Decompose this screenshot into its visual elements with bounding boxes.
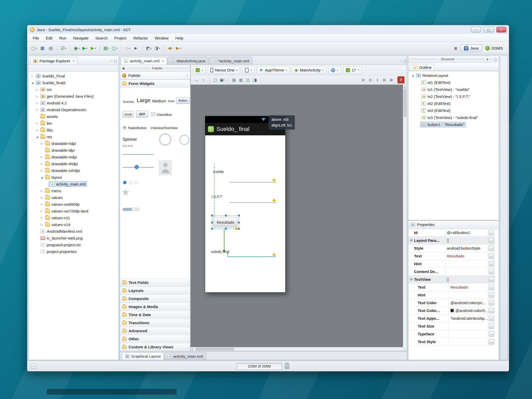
resize-handle[interactable]: [211, 214, 213, 217]
palette-spinner-item[interactable]: Spinner: [123, 137, 137, 142]
expander-icon[interactable]: ▷: [35, 102, 39, 104]
resize-handle[interactable]: [238, 221, 240, 224]
palette-medium-text-item[interactable]: Medium: [152, 99, 166, 103]
minimize-button[interactable]: –: [471, 27, 481, 32]
palette-radiogroup-item[interactable]: [123, 181, 127, 184]
save-all-button[interactable]: ▦: [38, 44, 46, 53]
dropdown-arrow-icon[interactable]: ▾: [223, 79, 225, 81]
dropdown-arrow-icon[interactable]: ▾: [86, 47, 88, 50]
palette-section[interactable]: Transitions: [120, 319, 190, 327]
resize-handle[interactable]: [225, 228, 227, 230]
forward-button[interactable]: ▶ ▾: [174, 44, 183, 53]
zoom-in-icon[interactable]: ⊕: [388, 76, 395, 83]
back-button[interactable]: ◀ ▾: [166, 44, 174, 53]
dropdown-arrow-icon[interactable]: ▾: [250, 69, 252, 71]
textview-ispt[interactable]: I.S.P.T: [211, 195, 222, 199]
minimize-view-icon[interactable]: –: [490, 57, 492, 61]
Text Size[interactable]: Text Size ...: [408, 322, 495, 330]
device-selector[interactable]: Nexus One ▾: [208, 66, 240, 74]
tree-item[interactable]: ▷ values-v11: [29, 214, 118, 221]
expander-icon[interactable]: ▷: [39, 162, 44, 165]
expander-icon[interactable]: ▷: [39, 223, 44, 226]
property-edit-button[interactable]: ...: [489, 284, 494, 290]
tree-item[interactable]: ▷ gen [Generated Java Files]: [29, 93, 118, 99]
property-value[interactable]: []: [445, 276, 488, 283]
restore-panel-icon[interactable]: [501, 65, 507, 70]
property-value[interactable]: ?android:attr/textAp...: [449, 315, 488, 322]
property-value[interactable]: [449, 338, 488, 345]
palette-radiobutton-item[interactable]: RadioButton: [128, 126, 147, 130]
show-outline-icon[interactable]: ▢: [212, 76, 219, 83]
dropdown-arrow-icon[interactable]: ▾: [202, 69, 203, 71]
tree-item[interactable]: proguard-project.txt: [29, 241, 118, 248]
dropdown-arrow-icon[interactable]: ▾: [358, 69, 359, 71]
expander-icon[interactable]: ▷: [30, 75, 35, 77]
tree-item[interactable]: ◢ layout: [29, 174, 118, 181]
close-tab-icon[interactable]: ×: [162, 59, 164, 63]
menu-item[interactable]: Search: [92, 35, 111, 41]
menu-item[interactable]: File: [29, 35, 42, 41]
property-value[interactable]: @android:color/h...: [449, 307, 488, 314]
palette-section-form-widgets[interactable]: Form Widgets: [120, 79, 190, 88]
outline-item[interactable]: et2 (EditText): [408, 100, 499, 107]
locale-selector[interactable]: ▾: [328, 66, 341, 74]
outline-item[interactable]: tv2 (TextView) - "I.S.P.T.": [408, 93, 499, 100]
api-level-selector[interactable]: 17 ▾: [343, 66, 362, 74]
show-margins-icon[interactable]: ▣ ▾: [219, 76, 226, 83]
palette-checkbox-item[interactable]: CheckBox: [157, 113, 172, 117]
Id[interactable]: Id @+id/button1 ...: [408, 229, 495, 237]
edittext-et1[interactable]: [229, 182, 276, 183]
layout-body[interactable]: sueldo I.S.P.T Resultado: [205, 135, 285, 292]
palette-small-button-item[interactable]: Small: [123, 111, 134, 117]
property-value[interactable]: [449, 291, 488, 299]
verify-button[interactable]: ☑ ▾: [59, 44, 68, 53]
Text[interactable]: Text Resultado ...: [408, 283, 495, 291]
Hint[interactable]: Hint ...: [408, 260, 495, 268]
dropdown-arrow-icon[interactable]: ▾: [159, 47, 160, 50]
tab-mainactivity-java[interactable]: MainActivity.java: [168, 57, 209, 65]
radio-empty-icon[interactable]: [135, 181, 138, 184]
textview-suledo-final[interactable]: suledo final: [211, 250, 229, 254]
property-edit-button[interactable]: ...: [489, 339, 494, 344]
tree-item[interactable]: ◢ Sueldo_final2: [29, 79, 118, 86]
dropdown-arrow-icon[interactable]: ▾: [129, 47, 130, 50]
checkbox-icon[interactable]: ✓: [151, 112, 155, 116]
edittext-et3[interactable]: [228, 256, 276, 257]
palette-textview-item[interactable]: TextView: [123, 100, 134, 103]
annotations-button[interactable]: ◩ ▾: [145, 44, 153, 53]
expander-icon[interactable]: ◢: [35, 135, 39, 138]
tree-item[interactable]: ▷ drawable-xxhdpi: [29, 167, 118, 174]
property-edit-button[interactable]: ...: [489, 277, 494, 282]
perspective-java-button[interactable]: Java: [461, 44, 482, 52]
resize-handle[interactable]: [225, 214, 227, 217]
minimize-panel-icon[interactable]: [501, 57, 507, 63]
zoom-100-icon[interactable]: 1: [374, 76, 381, 83]
property-value[interactable]: Resultado: [449, 283, 488, 291]
property-edit-button[interactable]: ...: [489, 323, 494, 329]
fast-view-icon[interactable]: [501, 72, 507, 78]
tree-item[interactable]: ▷ drawable-hdpi: [29, 140, 118, 147]
palette-small-text-item[interactable]: Small: [168, 100, 174, 103]
outline-item[interactable]: button1 - "Resultado": [408, 121, 499, 128]
palette-progressbar-large-item[interactable]: [159, 133, 171, 146]
Text Color[interactable]: Text Color @android:color/pri... ...: [408, 299, 495, 307]
selected-widget-button1[interactable]: Resultado: [212, 215, 239, 229]
dropdown-arrow-icon[interactable]: ▾: [151, 47, 152, 50]
palette-section[interactable]: Custom & Library Views: [120, 343, 190, 351]
tab-xml-source[interactable]: activity_main.xml: [164, 353, 206, 360]
tree-item[interactable]: ▷ bin: [29, 120, 118, 127]
Hint[interactable]: Hint ...: [408, 291, 495, 299]
expander-icon[interactable]: ▷: [39, 169, 44, 172]
dropdown-arrow-icon[interactable]: ▾: [78, 47, 79, 50]
print-button[interactable]: ▤: [46, 44, 55, 53]
sdk-manager-button[interactable]: ▦ ▾: [102, 44, 110, 53]
property-edit-button[interactable]: ...: [489, 331, 494, 337]
expander-icon[interactable]: ▷: [35, 122, 39, 125]
orientation-selector[interactable]: ▾: [242, 66, 254, 74]
palette-togglebutton-item[interactable]: OFF: [136, 111, 148, 118]
expander-icon[interactable]: ▷: [35, 108, 39, 111]
tab-graphical-layout[interactable]: Graphical Layout: [122, 353, 164, 360]
palette-progressbar-horizontal-item[interactable]: [123, 154, 154, 155]
tree-item[interactable]: ▷ values-sw600dp: [29, 201, 118, 208]
expander-icon[interactable]: ▷: [39, 210, 44, 212]
